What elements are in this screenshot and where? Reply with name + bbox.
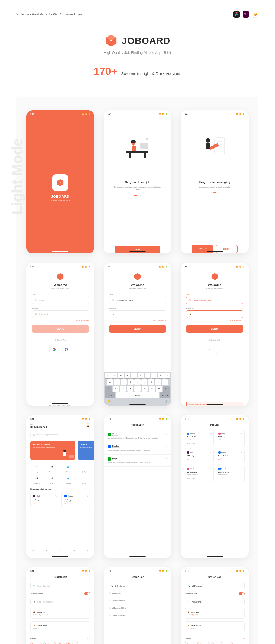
facebook-login[interactable]	[62, 345, 71, 354]
emoji-key[interactable]: 😊	[108, 400, 110, 403]
job-card-2[interactable]: Job CaExplore th get your	[78, 441, 94, 460]
category-marketing[interactable]: 📢Marketing	[30, 475, 43, 484]
signin-button[interactable]: SIGN IN	[109, 325, 166, 333]
password-input[interactable]: 🔒Password	[32, 310, 89, 318]
category-chip[interactable]: Developer ×	[43, 642, 56, 644]
back-button[interactable]: ‹	[108, 424, 108, 426]
suggestion-item[interactable]: 🔍UI Designer Web	[108, 597, 168, 604]
category-network[interactable]: 🌐Network	[62, 464, 75, 473]
category-more[interactable]: ⋯More	[77, 475, 90, 484]
hot-jobs-card[interactable]: Hot Job This WeekGet your dream job now …	[30, 441, 75, 460]
popular-card[interactable]: Facebook🔖Front End DevMalang, IndonesiaF…	[216, 449, 245, 463]
google-login[interactable]	[50, 345, 59, 354]
salary-card[interactable]: 💰Salary RangeNone	[30, 621, 90, 632]
category-chip[interactable]: QA ×	[57, 642, 65, 644]
notification-item[interactable]: GojekHiring Position2dGojek is hiring at…	[104, 455, 172, 467]
suggestion-item[interactable]: 🔍Graphic Designer	[108, 612, 168, 619]
tab-home[interactable]: 🏠Home	[26, 550, 40, 555]
brand-subtitle: High Quality Job Finding Mobile App UI K…	[16, 51, 258, 55]
lock-icon: 🔒	[35, 313, 38, 316]
email-input-error[interactable]: ✉bimantara@email.co	[186, 297, 243, 304]
popular-card[interactable]: Dribbble🔖UX DesignerYogyakarta, Indonesi…	[185, 465, 213, 482]
keyboard[interactable]: qwertyuiop asdfghjkl ⇧zxcvbnm⌫ 123spacer…	[104, 372, 172, 406]
stat-number: 170+	[94, 66, 117, 77]
svg-marker-23	[211, 273, 218, 280]
category-analysis[interactable]: 📊Analysis	[62, 475, 75, 484]
forgot-link[interactable]: Forgot password?	[32, 320, 89, 321]
job-card[interactable]: Slack🔖UI DesignerJakarta, IndonesiaFullt…	[30, 492, 59, 507]
screen-search-empty: 9:41📶 📶 🔋 ‹Search Job 🔍Enter Keyword Adv…	[26, 567, 94, 644]
rec-title: Recommended for you	[30, 488, 51, 490]
category-chip[interactable]: Designer ×	[30, 642, 42, 644]
signin-button[interactable]: SIGN IN	[186, 325, 243, 333]
keyword-input[interactable]: 🔍UI Designer	[108, 582, 168, 589]
password-input[interactable]: 🔒••••••••	[109, 310, 166, 318]
popular-card[interactable]: Slack🔖UI DesignerJakarta, IndonesiaFullt…	[185, 449, 213, 463]
svg-marker-22	[134, 273, 141, 280]
category-chip[interactable]: QA ×	[211, 642, 219, 644]
work-type-card[interactable]: 💼Work typeNo Work Type Selected	[30, 608, 90, 619]
svg-point-19	[206, 138, 210, 143]
tab-activity[interactable]: 📋Activity	[54, 550, 67, 555]
google-login[interactable]: G	[204, 345, 213, 354]
tab-companies[interactable]: 🏢Companies	[40, 550, 53, 555]
return-key[interactable]: return	[160, 392, 170, 398]
email-input[interactable]: ✉bimantara@email.co	[109, 297, 166, 304]
password-input-error[interactable]: 🔒••••••••	[186, 310, 243, 318]
search-input[interactable]: 🔍Start to search your dream job...	[30, 432, 90, 438]
tab-profile[interactable]: 👤Profile	[81, 550, 94, 555]
notification-item[interactable]: DropboxHiring Position2dDropbox is hirin…	[104, 442, 172, 455]
backspace-key[interactable]: ⌫	[163, 386, 170, 392]
logo-icon	[105, 34, 118, 47]
space-key[interactable]: space	[116, 392, 159, 398]
status-icons: 📶 📶 🔋	[82, 113, 90, 115]
category-developer[interactable]: 💻Developer	[46, 464, 59, 473]
stat-text: Screens in Light & Dark Versions	[121, 71, 181, 76]
keyword-input[interactable]: 🔍UI Designer	[185, 582, 245, 589]
category-chip[interactable]: Marketing ×	[66, 642, 78, 644]
keyword-input[interactable]: 🔍Enter Keyword	[30, 582, 90, 589]
suggestion-item[interactable]: 🔍UI Designer	[108, 589, 168, 597]
search-icon: 🔍	[33, 585, 36, 587]
city-input[interactable]: 📍Enter city or region	[30, 598, 90, 605]
back-button[interactable]: ‹	[108, 576, 108, 578]
forgot-link[interactable]: Forgot password?	[109, 320, 166, 321]
category-design[interactable]: ✏Design	[30, 464, 43, 473]
signup-link[interactable]: Don't have an account? Sign Up	[32, 405, 89, 406]
mail-icon: ✉	[112, 299, 115, 302]
shift-key[interactable]: ⇧	[105, 386, 112, 392]
category-secretary[interactable]: 👔Secretary	[46, 475, 59, 484]
edit-link[interactable]: Edit	[87, 638, 90, 639]
job-card[interactable]: Dropbox🔖UX DesignerSurabaya, IndonesiaFu…	[61, 492, 90, 507]
back-button[interactable]: ‹	[185, 576, 185, 578]
category-chip[interactable]: Marketing ×	[221, 642, 233, 644]
notification-item[interactable]: GojekApplication1dYour application at go…	[104, 430, 172, 442]
category-chip[interactable]: Developer ×	[197, 642, 210, 644]
popular-card[interactable]: Dribbble🔖UX DesignerYogyakarta, Indonesi…	[216, 430, 245, 447]
salary-card[interactable]: 💰Salary Range$700 to $600	[185, 621, 245, 632]
email-input[interactable]: ✉Email	[32, 297, 89, 304]
edit-link[interactable]: Edit	[242, 638, 245, 639]
city-input[interactable]: 📍Yogyakarta	[185, 598, 245, 605]
tab-chat[interactable]: 💬Chat	[67, 550, 81, 555]
mic-key[interactable]: 🎤	[165, 400, 167, 403]
screen-notification: 9:41📶 📶 🔋 ‹Notification GojekApplication…	[104, 415, 172, 558]
category-chip[interactable]: Designer ×	[185, 642, 196, 644]
view-all-link[interactable]: View All	[85, 488, 90, 490]
num-key[interactable]: 123	[105, 392, 116, 398]
notification-button[interactable]: 🔔	[86, 423, 90, 428]
category-quality[interactable]: ✓Quality	[77, 464, 90, 473]
feature-tags: 2 Theme • Pixel Perfect • Well Organized…	[16, 13, 84, 16]
user-name: Bimantara Afif	[30, 425, 47, 428]
advanced-toggle[interactable]	[84, 592, 90, 595]
splash-logo	[52, 174, 68, 191]
back-button[interactable]: ‹	[30, 576, 31, 578]
popular-card[interactable]: Facebook🔖Front End DevMalang, IndonesiaF…	[185, 430, 213, 447]
popular-card[interactable]: Facebook🔖Front End DevMalang, IndonesiaF…	[216, 465, 245, 482]
advanced-toggle[interactable]	[239, 592, 245, 595]
facebook-login[interactable]: f	[216, 345, 226, 354]
back-button[interactable]: ‹	[185, 424, 185, 426]
forgot-link[interactable]: Forgot password?	[186, 320, 243, 321]
suggestion-item[interactable]: 🔍UI Designer Mobile	[108, 604, 168, 612]
work-type-card[interactable]: 💼Work type1 Work Type Selected	[185, 608, 245, 619]
